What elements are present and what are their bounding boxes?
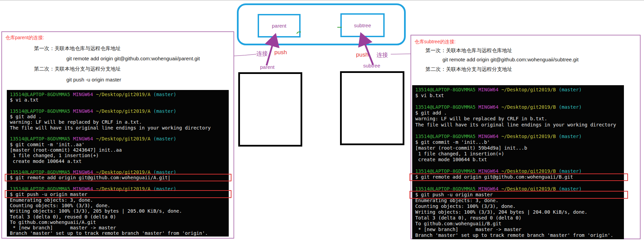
local-subtree-box <box>340 71 404 145</box>
connect-leader-right <box>391 54 410 54</box>
connect-label-left: 连接 <box>256 50 268 58</box>
parent-panel-heading: 仓库parent的连接: <box>5 35 44 41</box>
subtree-step-two-label: 第二次：关联本地分支与远程分支地址 <box>425 66 512 73</box>
push-label-left: push <box>274 49 287 56</box>
highlight-remote-command-subtree <box>409 173 628 181</box>
highlight-push-command-subtree <box>409 191 628 199</box>
highlight-push-command-parent <box>5 190 231 198</box>
tutorial-diagram-canvas: parent subtree 连接 push push 连接 parent su… <box>0 0 644 243</box>
push-label-right: push <box>356 51 369 58</box>
git-bash-terminal-subtree: 13514@LAPTOP-8GDVMMA5 MINGW64 ~/Desktop/… <box>412 85 624 239</box>
git-bash-terminal-parent: 13514@LAPTOP-8GDVMMA5 MINGW64 ~/Desktop/… <box>7 90 229 237</box>
remote-parent-label: parent <box>272 23 287 29</box>
subtree-panel-heading: 仓库subtree的连接: <box>415 39 456 45</box>
parent-step-one-command: git remote add origin git@github.com:woh… <box>66 56 200 61</box>
highlight-remote-command-parent <box>5 174 231 181</box>
remote-subtree-label: subtree <box>354 22 371 28</box>
connect-label-right: 连接 <box>376 51 388 59</box>
connect-leader-left <box>234 54 256 56</box>
parent-step-two-command: git push -u origin master <box>66 77 121 82</box>
parent-step-two-label: 第二次：关联本地分支与远程分支地址 <box>34 66 121 72</box>
remote-subtree-box: subtree <box>340 13 385 37</box>
local-parent-box <box>238 72 302 147</box>
remote-parent-box: parent <box>258 14 301 37</box>
subtree-step-one-label: 第一次：关联本地仓库与远程仓库地址 <box>425 47 512 54</box>
local-subtree-label: subtree <box>363 63 380 69</box>
subtree-step-one-command: git remote add origin git@github.com:woh… <box>442 57 579 62</box>
parent-step-one-label: 第一次：关联本地仓库与远程仓库地址 <box>34 45 121 52</box>
local-parent-label: parent <box>260 64 275 70</box>
